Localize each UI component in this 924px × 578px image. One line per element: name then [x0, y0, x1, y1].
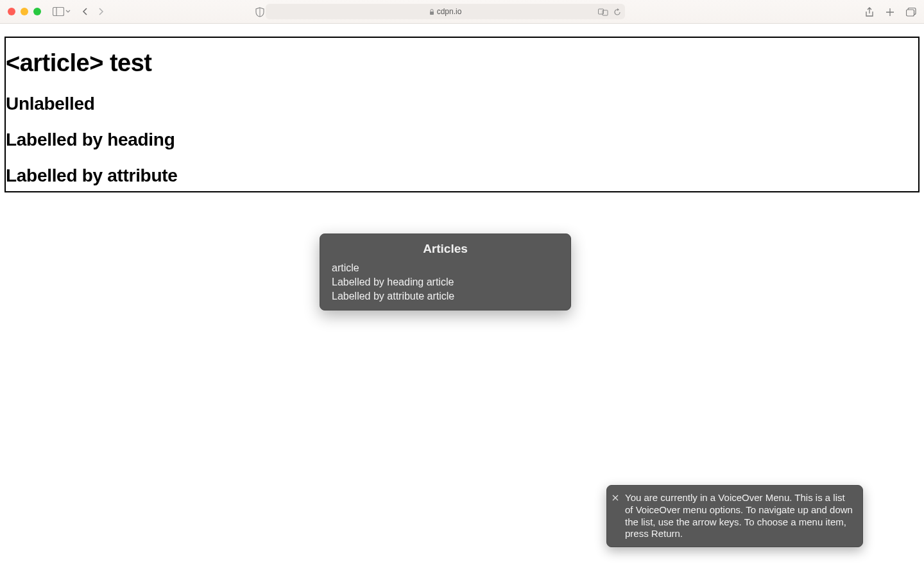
toolbar-right — [865, 6, 916, 17]
svg-rect-3 — [430, 12, 434, 15]
svg-rect-7 — [907, 10, 914, 16]
forward-button[interactable] — [98, 7, 104, 16]
nav-arrows — [82, 7, 104, 16]
sidebar-toggle-button[interactable] — [53, 7, 71, 16]
voiceover-cursor-region: <article> test Unlabelled Labelled by he… — [4, 37, 920, 192]
chevron-down-icon — [65, 10, 71, 13]
privacy-report-button[interactable] — [255, 6, 264, 17]
reload-icon — [613, 8, 621, 16]
voiceover-caption-panel: You are currently in a VoiceOver Menu. T… — [606, 485, 863, 547]
voiceover-rotor-item[interactable]: article — [320, 261, 570, 275]
chevron-left-icon — [82, 7, 89, 16]
voiceover-caption-close-button[interactable] — [612, 492, 619, 502]
lock-icon — [429, 8, 434, 15]
shield-icon — [255, 7, 264, 17]
close-window-button[interactable] — [8, 8, 15, 15]
chevron-right-icon — [98, 7, 104, 16]
share-icon — [865, 7, 874, 17]
reload-button[interactable] — [613, 7, 621, 16]
browser-toolbar: cdpn.io — [0, 0, 924, 24]
back-button[interactable] — [82, 7, 89, 16]
new-tab-button[interactable] — [886, 6, 894, 17]
tabs-overview-button[interactable] — [906, 6, 916, 17]
svg-rect-0 — [53, 8, 64, 16]
tabs-icon — [906, 8, 916, 17]
heading-unlabelled: Unlabelled — [6, 83, 918, 119]
maximize-window-button[interactable] — [33, 8, 41, 15]
address-bar[interactable]: cdpn.io — [266, 4, 625, 19]
voiceover-caption-text: You are currently in a VoiceOver Menu. T… — [625, 492, 853, 539]
minimize-window-button[interactable] — [21, 8, 28, 15]
voiceover-rotor-title: Articles — [320, 239, 570, 261]
plus-icon — [886, 8, 894, 17]
heading-labelled-by-attribute: Labelled by attribute — [6, 155, 918, 191]
page-content: <article> test Unlabelled Labelled by he… — [0, 24, 924, 197]
translate-icon — [598, 8, 608, 16]
translate-button[interactable] — [598, 7, 608, 16]
address-bar-right — [598, 7, 621, 16]
page-title: <article> test — [6, 38, 918, 83]
heading-labelled-by-heading: Labelled by heading — [6, 119, 918, 155]
share-button[interactable] — [865, 6, 874, 17]
sidebar-icon — [53, 7, 64, 16]
close-icon — [612, 495, 619, 501]
window-controls — [8, 8, 41, 15]
voiceover-rotor-item[interactable]: Labelled by attribute article — [320, 289, 570, 303]
voiceover-rotor-item[interactable]: Labelled by heading article — [320, 275, 570, 289]
url-text: cdpn.io — [437, 7, 462, 16]
voiceover-rotor-panel[interactable]: Articles article Labelled by heading art… — [320, 234, 571, 310]
